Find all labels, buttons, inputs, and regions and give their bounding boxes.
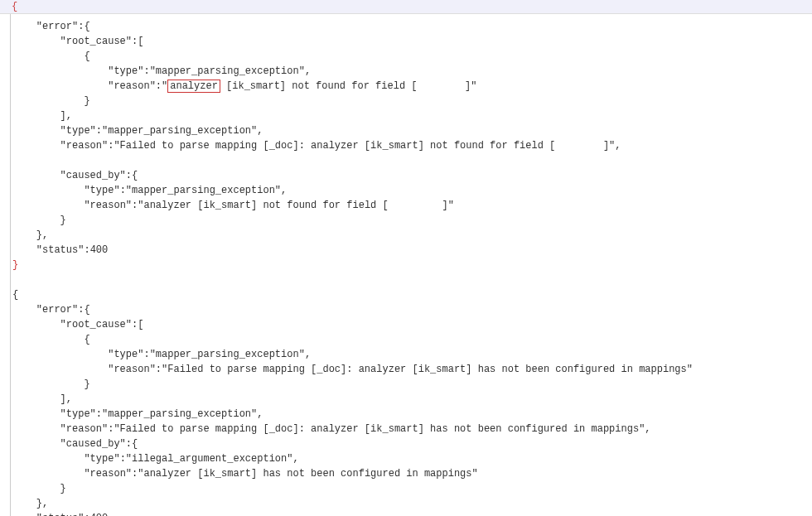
code-line: }, xyxy=(12,228,812,243)
code-line: } xyxy=(12,94,812,109)
code-line: "caused_by":{ xyxy=(12,436,812,451)
code-line: "reason":"Failed to parse mapping [_doc]… xyxy=(12,362,812,377)
value: "illegal_argument_exception" xyxy=(126,453,293,465)
code-editor: "error":{ "root_cause":[ { "type":"mappe… xyxy=(10,14,812,516)
closing-brace-red: } xyxy=(12,259,18,271)
key: "type" xyxy=(60,125,96,137)
value: "Failed to parse mapping [_doc]: analyze… xyxy=(114,140,615,152)
key: "root_cause" xyxy=(60,36,132,47)
blank-line xyxy=(12,272,812,287)
code-line: } xyxy=(12,481,812,496)
code-line: { xyxy=(12,49,812,64)
code-line: "type":"illegal_argument_exception", xyxy=(12,451,812,466)
key: "reason" xyxy=(84,200,132,211)
value: "mapper_parsing_exception" xyxy=(102,408,257,420)
code-line: ], xyxy=(12,392,812,407)
key: "type" xyxy=(84,453,119,465)
code-line: "reason":"Failed to parse mapping [_doc]… xyxy=(12,422,812,436)
code-line: "error":{ xyxy=(12,19,812,34)
key: "caused_by" xyxy=(60,170,126,181)
key: "type" xyxy=(84,185,119,196)
code-line: } xyxy=(12,258,812,272)
code-line: "type":"mapper_parsing_exception", xyxy=(12,123,812,138)
value: "mapper_parsing_exception" xyxy=(150,65,305,77)
key: "error" xyxy=(36,304,78,316)
key: "reason" xyxy=(60,423,109,435)
value: "Failed to parse mapping [_doc]: analyze… xyxy=(162,364,693,375)
code-line: "status":400 xyxy=(12,243,812,258)
code-line: "type":"mapper_parsing_exception", xyxy=(12,347,812,362)
code-line: { xyxy=(12,332,812,347)
key: "reason" xyxy=(60,140,109,152)
code-line xyxy=(12,153,812,168)
code-line: "type":"mapper_parsing_exception", xyxy=(12,407,812,422)
value: "analyzer [ik_smart] has not been config… xyxy=(138,468,477,480)
key: "status" xyxy=(36,244,85,256)
code-line: "reason":"analyzer [ik_smart] has not be… xyxy=(12,466,812,481)
value: "mapper_parsing_exception" xyxy=(126,185,281,196)
value: 400 xyxy=(90,513,109,516)
code-line: } xyxy=(12,213,812,228)
key: "root_cause" xyxy=(60,319,132,330)
code-line: } xyxy=(12,377,812,392)
value: [ik_smart] not found for field [ ]" xyxy=(220,80,477,92)
code-line: ], xyxy=(12,109,812,123)
highlighted-analyzer-word: analyzer xyxy=(167,80,220,93)
code-line: "root_cause":[ xyxy=(12,317,812,332)
code-line: "error":{ xyxy=(12,302,812,317)
topbar-open-brace: { xyxy=(12,1,17,12)
key: "caused_by" xyxy=(60,438,126,450)
value: "Failed to parse mapping [_doc]: analyze… xyxy=(114,423,645,435)
value: "analyzer [ik_smart] not found for field… xyxy=(138,200,454,211)
code-line: { xyxy=(12,287,812,302)
code-line: "type":"mapper_parsing_exception", xyxy=(12,64,812,79)
key: "reason" xyxy=(108,364,156,375)
code-line: }, xyxy=(12,496,812,511)
key: "type" xyxy=(60,408,96,420)
value: 400 xyxy=(90,244,109,256)
code-line: "reason":"Failed to parse mapping [_doc]… xyxy=(12,138,812,153)
code-line: "reason":"analyzer [ik_smart] not found … xyxy=(12,79,812,94)
key: "type" xyxy=(108,349,143,360)
code-line: "type":"mapper_parsing_exception", xyxy=(12,183,812,198)
key: "reason" xyxy=(108,80,156,92)
value: "mapper_parsing_exception" xyxy=(102,125,257,137)
code-line: "status":400 xyxy=(12,511,812,516)
key: "error" xyxy=(36,21,78,32)
code-line: "root_cause":[ xyxy=(12,34,812,49)
code-line: "reason":"analyzer [ik_smart] not found … xyxy=(12,198,812,213)
key: "reason" xyxy=(84,468,132,480)
top-highlight-bar: { xyxy=(0,0,812,14)
code-line: "caused_by":{ xyxy=(12,168,812,183)
key: "status" xyxy=(36,513,85,516)
key: "type" xyxy=(108,65,143,77)
value: "mapper_parsing_exception" xyxy=(150,349,305,360)
